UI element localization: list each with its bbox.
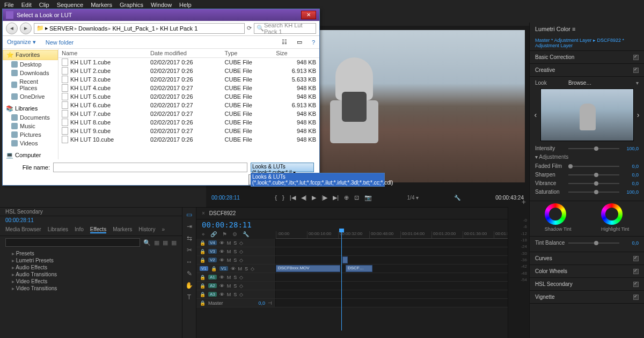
dialog-search-input[interactable]: 🔍 Search KH Lut Pack 1 — [254, 23, 316, 34]
highlight-tint-wheel[interactable] — [601, 203, 623, 225]
forward-icon[interactable]: ► — [20, 23, 32, 34]
master-track[interactable]: 🔒Master0,0⊣ — [196, 299, 529, 307]
fx-badge2-icon[interactable]: ▦ — [163, 239, 168, 246]
tab-effects[interactable]: Effects — [90, 226, 106, 233]
solo-icon[interactable]: S — [233, 292, 237, 297]
close-icon[interactable]: ✕ — [301, 11, 316, 19]
clip[interactable]: DSCF… — [346, 265, 372, 272]
track-tag[interactable]: A3 — [208, 292, 217, 297]
chevron-down-icon[interactable]: ▾ — [636, 80, 639, 86]
sequence-name[interactable]: DSCF8922 — [209, 210, 236, 216]
insert-icon[interactable]: ⊕ — [344, 194, 349, 201]
overwrite-icon[interactable]: ⊡ — [354, 194, 359, 201]
type-tool-icon[interactable]: T — [185, 293, 194, 302]
sharpen-value[interactable]: 0,0 — [623, 172, 639, 178]
fx-badge-icon[interactable]: ▦ — [154, 239, 159, 246]
view-icon[interactable]: ☷ — [282, 39, 287, 46]
track-tag[interactable]: A2 — [208, 283, 217, 288]
tab-proj-overflow[interactable]: » — [162, 226, 165, 233]
linked-sel-icon[interactable]: 🔗 — [210, 231, 217, 238]
selection-tool-icon[interactable]: ▭ — [185, 211, 194, 219]
tree-lumetri-presets[interactable]: Lumetri Presets — [5, 257, 177, 264]
timeline-ruler[interactable]: :00:0000:00:16:0000:00:32:0000:00:48:000… — [276, 231, 525, 239]
menu-edit[interactable]: Edit — [21, 2, 32, 8]
tree-video-transitions[interactable]: Video Transitions — [5, 285, 177, 292]
menu-sequence[interactable]: Sequence — [57, 2, 84, 8]
section-basic-correction[interactable]: Basic Correction — [530, 51, 644, 64]
program-timecode-in[interactable]: 00:00:28:11 — [211, 195, 240, 201]
file-row[interactable]: KH LUT 8.cube02/02/2017 0:26CUBE File948… — [58, 118, 319, 127]
solo-icon[interactable]: S — [233, 275, 237, 280]
menu-graphics[interactable]: Graphics — [120, 2, 143, 8]
file-row[interactable]: KH LUT 1.cube02/02/2017 0:26CUBE File948… — [58, 58, 319, 67]
lock-icon[interactable]: 🔒 — [200, 275, 206, 280]
video-track[interactable]: 🔒V2👁MS◇ — [196, 256, 529, 264]
tree-audio-effects[interactable]: Audio Effects — [5, 264, 177, 271]
tint-balance-value[interactable]: 0,0 — [623, 240, 639, 246]
lock-icon[interactable]: 🔒 — [200, 249, 206, 254]
file-row[interactable]: KH LUT 6.cube02/02/2017 0:27CUBE File6.9… — [58, 101, 319, 109]
add-panel-icon[interactable]: + — [522, 197, 526, 206]
organize-button[interactable]: Organize ▾ — [7, 39, 36, 46]
hsl-tab[interactable]: HSL Secondary — [0, 208, 182, 216]
close-seq-icon[interactable]: × — [202, 210, 205, 216]
clip[interactable]: DSCF8xxx.MOV — [276, 265, 340, 272]
menu-window[interactable]: Window — [151, 2, 172, 8]
column-header[interactable]: Type — [222, 49, 273, 58]
hsl-checkbox[interactable] — [633, 282, 639, 287]
breadcrumb[interactable]: 📁 ▸ SERVER▸ Downloads▸ KH_Lut_Pack_1▸ KH… — [34, 23, 245, 34]
wrench-icon[interactable]: 🔧 — [454, 195, 460, 201]
file-row[interactable]: KH LUT 9.cube02/02/2017 0:27CUBE File948… — [58, 127, 319, 135]
eye-icon[interactable]: 👁 — [219, 275, 224, 280]
column-header[interactable]: Date modified — [147, 49, 221, 58]
shadow-tint-wheel[interactable] — [545, 203, 566, 225]
menu-markers[interactable]: Markers — [91, 2, 112, 8]
lock-icon[interactable]: 🔒 — [211, 266, 217, 271]
filename-input[interactable] — [53, 163, 247, 172]
track-tag[interactable]: A1 — [208, 275, 217, 280]
filetype-dropdown[interactable]: Looks & LUTs (*.look;*.cube;*.il ▾ Looks… — [251, 163, 314, 172]
menu-help[interactable]: Help — [179, 2, 192, 8]
goto-in-icon[interactable]: |◀ — [290, 194, 296, 201]
clip[interactable] — [342, 256, 348, 263]
refresh-icon[interactable]: ⟳ — [247, 25, 252, 32]
lock-icon[interactable]: 🔒 — [200, 240, 206, 246]
tab-markers[interactable]: Markers — [113, 226, 132, 233]
section-vignette[interactable]: Vignette — [530, 291, 644, 304]
solo-icon[interactable]: S — [233, 258, 237, 263]
mute-icon[interactable]: M — [227, 240, 231, 246]
audio-track[interactable]: 🔒A3👁MS◇ — [196, 290, 529, 299]
eye-icon[interactable]: 👁 — [219, 258, 224, 263]
effects-search-input[interactable] — [5, 238, 140, 247]
file-row[interactable]: KH LUT 7.cube02/02/2017 0:27CUBE File948… — [58, 109, 319, 118]
video-track[interactable]: V1🔒V1👁MS◇DSCF8xxx.MOVDSCF… — [196, 264, 529, 273]
solo-icon[interactable]: S — [233, 283, 237, 289]
step-fwd-icon[interactable]: |▶ — [321, 194, 327, 201]
file-row[interactable]: KH LUT 3.cube02/02/2017 0:26CUBE File5.6… — [58, 75, 319, 84]
mute-icon[interactable]: M — [238, 266, 243, 271]
settings-icon[interactable]: ⚙ — [232, 231, 237, 238]
next-look-icon[interactable]: › — [637, 111, 640, 119]
hand-tool-icon[interactable]: ✋ — [185, 282, 194, 290]
faded-slider[interactable] — [568, 166, 619, 167]
vibrance-slider[interactable] — [568, 183, 619, 184]
tree-audio-transitions[interactable]: Audio Transitions — [5, 271, 177, 278]
sidebar-group[interactable]: ⭐ Favorites — [3, 50, 58, 60]
new-folder-button[interactable]: New folder — [46, 39, 74, 46]
intensity-slider[interactable] — [568, 148, 619, 149]
tab-media-browser[interactable]: Media Browser — [5, 226, 41, 233]
eye-icon[interactable]: 👁 — [219, 292, 224, 297]
sidebar-group[interactable]: Recent Places — [3, 77, 58, 92]
marker-icon[interactable]: ⚑ — [222, 231, 227, 238]
track-tag[interactable]: V2 — [208, 258, 217, 262]
eye-icon[interactable]: 👁 — [219, 283, 224, 289]
lumetri-master[interactable]: Master * Adjustment Layer ▸ DSCF8922 * A… — [530, 35, 644, 51]
audio-track[interactable]: 🔒A2👁MS◇ — [196, 282, 529, 290]
fx-badge3-icon[interactable]: ▦ — [171, 239, 177, 246]
wrench2-icon[interactable]: 🔧 — [243, 231, 249, 238]
section-color-wheels[interactable]: Color Wheels — [530, 265, 644, 278]
track-tag[interactable]: V4 — [208, 240, 217, 245]
track-tag[interactable]: V1 — [219, 266, 228, 271]
sharpen-slider[interactable] — [568, 174, 619, 175]
play-icon[interactable]: ▶ — [312, 194, 316, 201]
